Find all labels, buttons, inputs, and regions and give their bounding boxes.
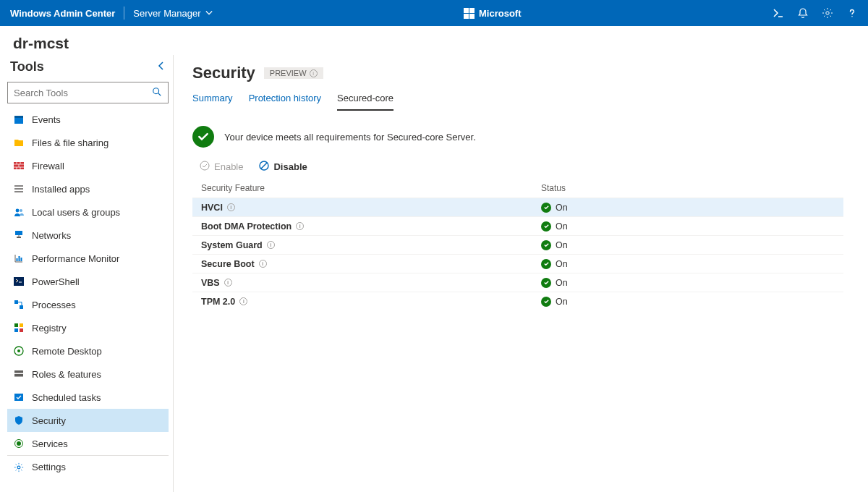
tab-secured-core[interactable]: Secured-core xyxy=(337,93,393,111)
tools-list[interactable]: Events Files & file sharing Firewall Ins… xyxy=(7,108,169,492)
sidebar-item-processes[interactable]: Processes xyxy=(7,293,169,316)
network-icon xyxy=(13,229,25,241)
info-icon[interactable]: i xyxy=(239,297,247,305)
info-icon[interactable]: i xyxy=(310,69,318,77)
svg-rect-14 xyxy=(20,305,23,309)
table-row[interactable]: VBSi On xyxy=(192,273,843,292)
svg-rect-12 xyxy=(14,277,24,286)
sidebar-item-installed-apps[interactable]: Installed apps xyxy=(7,177,169,200)
sidebar-item-label: Services xyxy=(32,438,68,449)
terminal-icon xyxy=(13,276,25,287)
table-row[interactable]: TPM 2.0i On xyxy=(192,292,843,310)
svg-rect-21 xyxy=(14,370,23,373)
svg-rect-16 xyxy=(20,323,23,327)
sidebar-item-label: Roles & features xyxy=(32,369,101,380)
firewall-icon xyxy=(13,160,25,171)
search-input[interactable] xyxy=(14,88,152,98)
info-icon[interactable]: i xyxy=(227,203,235,211)
sidebar-item-performance[interactable]: Performance Monitor xyxy=(7,247,169,270)
sidebar-item-scheduled-tasks[interactable]: Scheduled tasks xyxy=(7,386,169,409)
features-table: Security Feature Status HVCIi On Boot DM… xyxy=(192,179,843,310)
col-status[interactable]: Status xyxy=(541,183,628,193)
table-row[interactable]: Boot DMA Protectioni On xyxy=(192,216,843,235)
tools-title: Tools xyxy=(10,59,44,75)
sidebar-item-security[interactable]: Security xyxy=(7,409,169,432)
tasks-icon xyxy=(13,391,25,403)
info-icon[interactable]: i xyxy=(267,241,275,249)
sidebar-item-networks[interactable]: Networks xyxy=(7,224,169,247)
status-text: On xyxy=(556,221,568,232)
table-row[interactable]: System Guardi On xyxy=(192,235,843,254)
feature-name: VBS xyxy=(201,278,220,288)
svg-rect-22 xyxy=(14,374,23,377)
svg-point-26 xyxy=(17,466,20,469)
sidebar-item-label: Installed apps xyxy=(32,184,90,195)
table-row[interactable]: HVCIi On xyxy=(192,198,843,216)
info-icon[interactable]: i xyxy=(224,279,232,287)
status-text: On xyxy=(556,278,568,288)
sidebar-item-events[interactable]: Events xyxy=(7,108,169,131)
search-tools[interactable] xyxy=(7,82,169,103)
brand-label[interactable]: Windows Admin Center xyxy=(10,8,115,19)
info-icon[interactable]: i xyxy=(296,222,304,230)
preview-badge: PREVIEW i xyxy=(264,67,323,79)
sidebar-item-label: Local users & groups xyxy=(32,207,120,218)
svg-point-27 xyxy=(200,161,209,170)
collapse-sidebar-icon[interactable] xyxy=(157,62,166,72)
table-row[interactable]: Secure Booti On xyxy=(192,254,843,273)
info-icon[interactable]: i xyxy=(259,260,267,268)
tab-protection-history[interactable]: Protection history xyxy=(249,93,321,111)
gear-icon[interactable] xyxy=(822,7,833,19)
context-label: Server Manager xyxy=(133,8,200,19)
sidebar-item-label: Events xyxy=(32,114,61,125)
sidebar-item-files[interactable]: Files & file sharing xyxy=(7,131,169,154)
sidebar-item-roles-features[interactable]: Roles & features xyxy=(7,362,169,386)
col-feature[interactable]: Security Feature xyxy=(201,183,541,193)
check-circle-icon xyxy=(192,126,214,148)
sidebar-item-settings[interactable]: Settings xyxy=(7,455,169,478)
tabs: Summary Protection history Secured-core xyxy=(192,93,849,111)
check-icon xyxy=(200,161,210,173)
page-title: Security xyxy=(192,64,255,82)
sidebar-item-users-groups[interactable]: Local users & groups xyxy=(7,200,169,224)
registry-icon xyxy=(13,322,25,334)
folder-icon xyxy=(13,137,25,148)
sidebar-item-label: Remote Desktop xyxy=(32,346,102,357)
sidebar-item-remote-desktop[interactable]: Remote Desktop xyxy=(7,339,169,362)
sidebar-item-label: Scheduled tasks xyxy=(32,392,101,403)
sidebar-item-label: Performance Monitor xyxy=(32,253,119,264)
top-header: Windows Admin Center Server Manager Micr… xyxy=(0,0,868,26)
context-switcher[interactable]: Server Manager xyxy=(133,8,212,19)
powershell-icon[interactable] xyxy=(773,7,784,19)
svg-rect-23 xyxy=(14,394,23,401)
help-icon[interactable] xyxy=(846,7,858,19)
tab-summary[interactable]: Summary xyxy=(192,93,233,111)
sidebar-item-services[interactable]: Services xyxy=(7,432,169,455)
svg-rect-18 xyxy=(20,328,23,332)
svg-rect-8 xyxy=(17,237,21,238)
users-icon xyxy=(13,206,25,218)
prohibit-icon xyxy=(259,161,269,173)
status-on-icon xyxy=(541,240,551,250)
tools-header: Tools xyxy=(7,55,169,82)
main-content: Security PREVIEW i Summary Protection hi… xyxy=(174,55,868,492)
sidebar-item-firewall[interactable]: Firewall xyxy=(7,154,169,177)
disable-button[interactable]: Disable xyxy=(259,161,307,173)
svg-point-5 xyxy=(16,209,20,213)
disable-label: Disable xyxy=(273,161,307,172)
bell-icon[interactable] xyxy=(797,7,809,19)
preview-label: PREVIEW xyxy=(270,69,307,77)
enable-button[interactable]: Enable xyxy=(200,161,243,173)
sidebar-item-registry[interactable]: Registry xyxy=(7,316,169,339)
remote-desktop-icon xyxy=(13,345,25,357)
status-text: On xyxy=(556,297,568,307)
microsoft-logo-icon xyxy=(464,8,475,19)
search-icon xyxy=(152,87,162,99)
sidebar-item-label: PowerShell xyxy=(32,276,80,287)
sidebar-item-powershell[interactable]: PowerShell xyxy=(7,270,169,293)
page-title-row: Security PREVIEW i xyxy=(192,64,849,82)
status-text: On xyxy=(556,203,568,213)
top-header-left: Windows Admin Center Server Manager xyxy=(10,7,213,20)
chart-icon xyxy=(13,253,25,264)
separator xyxy=(124,7,124,20)
